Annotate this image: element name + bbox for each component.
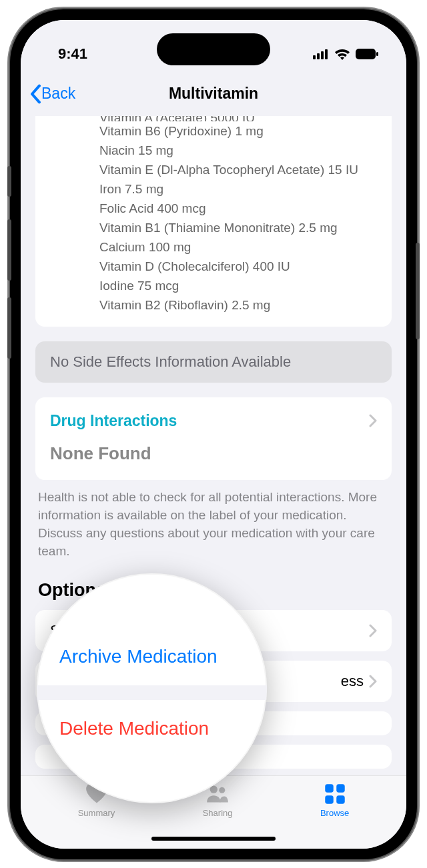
svg-rect-9 (336, 784, 344, 792)
interactions-card: Drug Interactions None Found (35, 397, 392, 480)
chevron-right-icon (369, 624, 377, 637)
grid-icon (324, 783, 346, 805)
side-button (7, 166, 11, 197)
battery-icon (356, 49, 378, 59)
archive-medication-label: Archive Medication (59, 646, 218, 667)
tab-browse[interactable]: Browse (320, 783, 349, 829)
page-title: Multivitamin (169, 85, 258, 103)
svg-rect-8 (325, 784, 333, 792)
svg-rect-2 (321, 51, 324, 59)
cellular-icon (313, 49, 329, 59)
chevron-left-icon (30, 84, 41, 104)
ingredient-line: Calcium 100 mg (50, 237, 377, 257)
tab-browse-label: Browse (320, 808, 349, 818)
ingredient-line: Iron 7.5 mg (50, 179, 377, 199)
nav-bar: Back Multivitamin (21, 72, 406, 116)
ingredient-line: Vitamin E (Dl-Alpha Tocopheryl Acetate) … (50, 160, 377, 179)
ingredient-line: Vitamin B6 (Pyridoxine) 1 mg (50, 121, 377, 141)
none-found-label: None Found (50, 443, 377, 464)
svg-point-7 (219, 787, 225, 793)
archive-medication-row[interactable]: Archive Medication (37, 628, 267, 685)
volume-down-button (7, 297, 11, 359)
ingredient-line: Niacin 15 mg (50, 141, 377, 160)
status-icons (313, 48, 381, 60)
tab-summary-label: Summary (78, 808, 115, 818)
chevron-right-icon (369, 675, 377, 688)
back-label: Back (41, 85, 75, 103)
svg-rect-11 (336, 795, 344, 803)
ingredient-line: Vitamin D (Cholecalciferol) 400 IU (50, 257, 377, 276)
delete-medication-label: Delete Medication (59, 718, 209, 739)
delete-medication-row[interactable]: Delete Medication (37, 700, 267, 757)
interactions-description: Health is not able to check for all pote… (35, 488, 392, 580)
volume-up-button (7, 219, 11, 281)
side-effects-card: No Side Effects Information Available (35, 341, 392, 383)
iphone-frame: 9:41 Back Multivitamin Vitamin A (Acetat… (10, 9, 417, 859)
magnifier-callout: Archive Medication Delete Medication (37, 573, 267, 803)
drug-interactions-title: Drug Interactions (50, 412, 177, 430)
ingredient-line: Vitamin B2 (Riboflavin) 2.5 mg (50, 295, 377, 315)
side-effects-text: No Side Effects Information Available (50, 353, 377, 371)
svg-rect-4 (356, 49, 376, 59)
home-indicator[interactable] (151, 837, 276, 841)
back-button[interactable]: Back (30, 84, 75, 104)
power-button (416, 243, 420, 339)
dynamic-island (157, 33, 270, 65)
magnifier-separator (37, 685, 267, 700)
ingredient-line: Folic Acid 400 mcg (50, 199, 377, 218)
wifi-icon (334, 48, 350, 60)
ingredient-line: Vitamin A (Acetate) 5000 IU (50, 116, 377, 121)
option-label-partial: ess (341, 673, 369, 690)
drug-interactions-row[interactable]: Drug Interactions (50, 412, 377, 430)
svg-rect-5 (376, 52, 378, 56)
svg-rect-10 (325, 795, 333, 803)
ingredient-line: Iodine 75 mcg (50, 276, 377, 295)
status-time: 9:41 (46, 45, 87, 63)
tab-sharing[interactable]: Sharing (203, 783, 233, 829)
svg-rect-1 (317, 53, 320, 59)
chevron-right-icon (369, 414, 377, 427)
ingredient-line: Vitamin B1 (Thiamine Mononitrate) 2.5 mg (50, 218, 377, 237)
svg-rect-0 (313, 55, 316, 59)
ingredients-card: Vitamin A (Acetate) 5000 IU Vitamin B6 (… (35, 116, 392, 327)
tab-sharing-label: Sharing (203, 808, 233, 818)
svg-rect-3 (325, 49, 328, 59)
